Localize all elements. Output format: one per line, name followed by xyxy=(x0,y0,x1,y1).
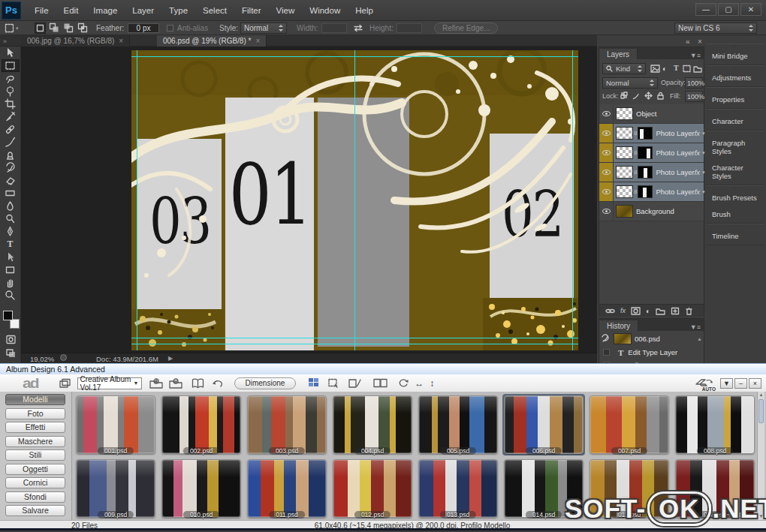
undo-icon[interactable] xyxy=(212,378,224,388)
menu-select[interactable]: Select xyxy=(195,0,234,21)
foreground-color-swatch[interactable] xyxy=(3,311,13,320)
photo-placeholder-01[interactable]: 01 xyxy=(225,98,314,350)
menu-file[interactable]: File xyxy=(27,0,56,21)
subtract-selection-icon[interactable] xyxy=(63,23,74,34)
sidebar-button-stili[interactable]: Stili xyxy=(5,449,65,461)
workspace-dropdown[interactable]: New in CS 6 xyxy=(674,23,757,34)
flip-vertical-icon[interactable]: ↕ xyxy=(430,378,434,389)
sidebar-button-maschere[interactable]: Maschere xyxy=(5,436,65,447)
visibility-toggle[interactable] xyxy=(599,104,614,123)
move-tool[interactable] xyxy=(2,47,20,59)
tab-close-icon[interactable]: × xyxy=(119,37,123,45)
menu-view[interactable]: View xyxy=(269,0,303,21)
layer-filter-dropdown[interactable]: Kind xyxy=(602,63,646,74)
tab-006-jpg[interactable]: 006.jpg @ 16,7% (RGB/8)× xyxy=(21,35,130,47)
status-arrow-icon[interactable]: ▶ xyxy=(168,355,173,362)
template-013[interactable]: 013.psd xyxy=(417,458,499,519)
scroll-up-icon[interactable]: ▲ xyxy=(697,336,702,341)
visibility-toggle[interactable] xyxy=(599,202,614,221)
selection-mode-icon[interactable] xyxy=(328,378,339,388)
history-snapshot-thumbnail[interactable] xyxy=(614,333,632,344)
rotate-icon[interactable] xyxy=(398,378,409,388)
layer-row-photo3[interactable]: 8 Photo Layer fx ▾ xyxy=(599,163,704,182)
style-dropdown[interactable]: Normal xyxy=(240,23,287,34)
template-012[interactable]: 012.psd xyxy=(331,458,414,519)
opacity-field[interactable]: 100% xyxy=(685,77,703,89)
layer-mask-thumbnail[interactable] xyxy=(638,166,653,179)
hand-tool[interactable] xyxy=(2,276,20,289)
intersect-selection-icon[interactable] xyxy=(77,23,89,34)
height-input[interactable] xyxy=(397,23,422,33)
scrollbar-thumb[interactable] xyxy=(758,399,764,423)
eraser-tool[interactable] xyxy=(2,174,20,187)
template-003[interactable]: 003.psd xyxy=(246,394,328,455)
panel-menu-icon[interactable]: ▼≡ xyxy=(687,52,704,59)
filter-adjustment-icon[interactable]: ◐ xyxy=(662,65,667,73)
lock-paint-icon[interactable] xyxy=(632,92,641,100)
album-titlebar[interactable]: Album Design 6.1 Advanced xyxy=(0,364,766,374)
layer-row-background[interactable]: Background xyxy=(599,202,704,221)
album-book-icon[interactable] xyxy=(192,378,204,389)
menu-filter[interactable]: Filter xyxy=(234,0,269,21)
template-001[interactable]: 001.psd xyxy=(74,394,157,455)
panel-button-timeline[interactable]: Timeline xyxy=(706,228,764,245)
eyedropper-tool[interactable] xyxy=(2,110,20,123)
visibility-toggle[interactable] xyxy=(599,143,614,162)
auto-mode-icon[interactable]: AUTO xyxy=(695,377,714,389)
close-button[interactable]: ✕ xyxy=(740,3,761,16)
sidebar-button-oggetti[interactable]: Oggetti xyxy=(5,464,65,475)
layer-mask-thumbnail[interactable] xyxy=(638,146,653,159)
layer-thumbnail[interactable] xyxy=(616,127,633,140)
panel-button-character-styles[interactable]: Character Styles xyxy=(706,160,764,185)
gradient-tool[interactable] xyxy=(2,187,20,200)
menu-window[interactable]: Window xyxy=(302,0,348,21)
scroll-up-icon[interactable]: ▲ xyxy=(758,392,764,398)
sidebar-button-cornici[interactable]: Cornici xyxy=(5,477,65,488)
visibility-toggle[interactable] xyxy=(599,163,614,182)
layer-row-photo2[interactable]: 8 Photo Layer fx ▾ xyxy=(599,143,704,163)
lock-move-icon[interactable] xyxy=(644,92,653,100)
add-adjustment-icon[interactable]: ◐ xyxy=(646,307,650,315)
zoom-level-field[interactable]: 19,02% xyxy=(30,355,54,363)
template-002[interactable]: 002.psd xyxy=(160,394,243,455)
layer-mask-thumbnail[interactable] xyxy=(638,127,653,140)
link-layers-icon[interactable] xyxy=(605,307,615,315)
dock-close-icon[interactable]: × xyxy=(698,38,702,46)
panel-button-mini-bridge[interactable]: Mini Bridge xyxy=(706,48,764,65)
panel-button-brush-presets[interactable]: Brush Presets xyxy=(706,190,764,206)
template-007[interactable]: 007.psd xyxy=(588,394,671,455)
new-layer-icon[interactable] xyxy=(671,307,680,315)
panel-menu-icon[interactable]: ▼≡ xyxy=(687,323,704,331)
sidebar-button-foto[interactable]: Foto xyxy=(5,408,65,419)
template-005[interactable]: 005.psd xyxy=(417,394,499,455)
layer-row-object[interactable]: Object xyxy=(599,104,704,124)
panel-button-adjustments[interactable]: Adjustments xyxy=(706,70,764,86)
tab-close-icon[interactable]: × xyxy=(255,37,260,45)
history-row-snapshot[interactable]: 006.psd ▲ xyxy=(599,331,704,346)
layer-thumbnail[interactable] xyxy=(616,185,633,198)
menu-help[interactable]: Help xyxy=(348,0,381,21)
filter-smart-icon[interactable] xyxy=(693,65,702,73)
menu-image[interactable]: Image xyxy=(86,0,125,21)
remove-folder-icon[interactable] xyxy=(169,378,182,389)
panel-button-character[interactable]: Character xyxy=(706,113,764,130)
layer-effects-badge[interactable]: fx xyxy=(695,168,700,176)
sidebar-button-modelli[interactable]: Modelli xyxy=(5,394,65,405)
photo-placeholder-empty[interactable] xyxy=(318,98,409,347)
template-010[interactable]: 010.psd xyxy=(160,458,243,519)
template-011[interactable]: 011.psd xyxy=(246,458,328,519)
new-group-icon[interactable] xyxy=(656,307,665,315)
type-tool[interactable]: T xyxy=(2,238,20,251)
path-selection-tool[interactable] xyxy=(2,251,20,263)
photo-placeholder-03[interactable]: 03 xyxy=(137,139,222,313)
new-selection-icon[interactable] xyxy=(35,23,46,34)
sidebar-button-effetti[interactable]: Effetti xyxy=(5,422,65,433)
layer-thumbnail[interactable] xyxy=(616,205,633,218)
menu-layer[interactable]: Layer xyxy=(125,0,161,21)
tab-layers[interactable]: Layers xyxy=(599,49,638,59)
rectangle-tool[interactable] xyxy=(2,263,20,276)
document-canvas[interactable]: 03 01 02 xyxy=(131,50,578,350)
template-009[interactable]: 009.psd xyxy=(74,458,157,519)
brush-tool[interactable] xyxy=(2,136,20,149)
add-mask-icon[interactable] xyxy=(631,307,641,315)
